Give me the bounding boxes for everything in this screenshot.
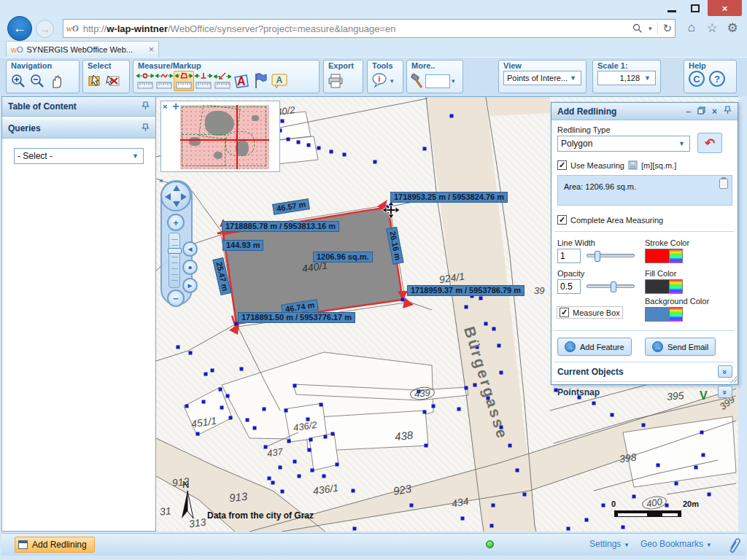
send-email-button[interactable]: → Send Email [645, 338, 716, 356]
settings-caret-icon: ▾ [624, 541, 630, 548]
stroke-color-picker[interactable] [670, 249, 683, 263]
settings-gear-icon[interactable]: ⚙ [724, 20, 741, 36]
pan-left-icon[interactable] [165, 193, 171, 201]
measure-line-tool[interactable] [155, 71, 174, 91]
line-width-input[interactable] [557, 249, 581, 263]
geo-bookmarks-link[interactable]: Geo Bookmarks ▾ [640, 539, 712, 549]
opacity-slider[interactable] [587, 284, 635, 288]
more-combobox[interactable] [425, 74, 450, 88]
window-minimize-button[interactable] [661, 0, 683, 16]
toolbar-group-scale: Scale 1: 1,128 ▼ [592, 60, 661, 93]
flag-markup-tool[interactable] [251, 71, 270, 91]
toolbar-group-measure-markup: Measure/Markup A A [133, 60, 320, 93]
query-select[interactable]: - Select - ▼ [14, 148, 144, 164]
pan-hand-button[interactable] [47, 71, 66, 91]
redlining-panel-header[interactable]: Add Redlining – × [551, 103, 738, 120]
redlining-type-caret-icon: ▼ [677, 140, 686, 147]
calculator-icon[interactable] [628, 160, 638, 170]
zoom-out-widget-button[interactable]: − [167, 289, 185, 307]
background-color-swatch[interactable] [645, 307, 670, 322]
measure-area-tool[interactable] [174, 71, 194, 91]
panel-pin-icon[interactable] [724, 106, 732, 117]
browser-forward-button[interactable]: → [36, 20, 54, 38]
default-extent-button[interactable]: ● [182, 260, 198, 275]
overview-close-move-icons[interactable]: × ✛ [163, 102, 181, 112]
search-icon[interactable] [632, 23, 643, 34]
stroke-color-swatch[interactable] [645, 249, 670, 263]
label-markup-tool[interactable]: A [270, 71, 289, 91]
add-feature-button[interactable]: → Add Feature [557, 338, 632, 356]
pan-down-icon[interactable] [173, 201, 180, 207]
overview-map[interactable]: × ✛ [160, 101, 280, 172]
view-select[interactable]: Points of Intere... ▼ [503, 71, 581, 85]
favorites-star-icon[interactable]: ☆ [703, 20, 721, 36]
address-bar[interactable]: wO http://w-lap-wintner/WebOffice/synser… [63, 19, 676, 38]
zoom-in-button[interactable] [9, 71, 28, 91]
toolbar-group-export: Export [323, 60, 363, 93]
pan-up-icon[interactable] [173, 185, 180, 191]
next-extent-button[interactable]: ► [182, 278, 198, 293]
measure-point-tool[interactable] [136, 71, 155, 91]
background-color-picker[interactable] [670, 307, 683, 322]
pin-icon[interactable] [142, 101, 150, 112]
zoom-slider-thumb[interactable] [168, 248, 182, 254]
fill-color-swatch[interactable] [645, 279, 670, 294]
window-maximize-button[interactable] [684, 0, 706, 16]
line-width-slider[interactable] [587, 254, 635, 257]
line-width-slider-thumb[interactable] [595, 251, 600, 262]
pointsnap-expand-button[interactable]: » [718, 386, 732, 398]
zoom-out-button[interactable] [28, 71, 47, 91]
table-of-content-header[interactable]: Table of Content [2, 97, 155, 117]
area-result-box: Area: 1206.96 sq.m. [557, 175, 732, 206]
zoom-slider[interactable] [169, 233, 180, 288]
zoom-in-widget-button[interactable]: + [167, 214, 185, 231]
total-length-label: 144.93 m [222, 240, 263, 251]
help-button[interactable]: ? [709, 71, 725, 87]
pan-right-icon[interactable] [181, 193, 187, 201]
panel-resize-grip[interactable] [729, 376, 737, 384]
clear-selection-button[interactable] [104, 71, 123, 91]
measure-dimension-tool[interactable] [213, 71, 232, 91]
panel-close-icon[interactable]: × [712, 106, 717, 117]
settings-link[interactable]: Settings ▾ [589, 539, 630, 549]
vertex-coordinate-label: 1718891.50 m / 5953776.17 m [238, 312, 355, 323]
clipboard-icon[interactable] [719, 179, 728, 189]
redlining-type-select[interactable]: Polygon ▼ [557, 136, 690, 152]
print-button[interactable] [326, 71, 345, 91]
opacity-slider-thumb[interactable] [611, 281, 616, 292]
use-measuring-checkbox[interactable]: ✓ [557, 160, 567, 170]
search-dropdown-icon[interactable]: ▾ [647, 25, 654, 32]
panel-minimize-icon[interactable]: – [686, 106, 691, 117]
text-markup-tool[interactable]: A [232, 71, 251, 91]
tab-close-icon[interactable]: × [149, 44, 154, 55]
window-close-button[interactable]: × [708, 0, 742, 16]
complete-area-checkbox[interactable]: ✓ [557, 215, 567, 225]
more-dropdown-icon[interactable]: ▾ [450, 77, 457, 85]
home-icon[interactable]: ⌂ [683, 20, 700, 35]
scale-select[interactable]: 1,128 ▼ [597, 71, 656, 85]
browser-back-button[interactable]: ← [7, 16, 32, 41]
queries-header[interactable]: Queries [2, 119, 155, 139]
opacity-input[interactable] [557, 279, 581, 294]
attachment-paperclip-icon[interactable] [727, 537, 741, 553]
measure-perpendicular-tool[interactable] [194, 71, 213, 91]
undo-button[interactable]: ↶ [697, 133, 722, 153]
tools-dropdown-icon[interactable]: ▾ [389, 77, 395, 85]
construct-tool-button[interactable] [409, 71, 425, 91]
widget-collapse-icon[interactable]: × [159, 177, 163, 184]
pan-compass[interactable] [160, 181, 191, 211]
arrow-icon: → [565, 341, 576, 352]
map-navigation-widget[interactable]: × + − ◄ ● ► [159, 179, 200, 308]
refresh-icon[interactable]: ↻ [662, 22, 672, 35]
view-select-value: Points of Intere... [507, 74, 568, 82]
maptip-tool-button[interactable]: i [370, 71, 389, 91]
previous-extent-button[interactable]: ◄ [182, 241, 198, 257]
pin-icon[interactable] [142, 123, 150, 134]
panel-restore-icon[interactable] [697, 106, 705, 117]
tab-weboffice[interactable]: wO SYNERGIS WebOffice Web... × [6, 41, 159, 57]
copyright-button[interactable]: C [689, 71, 705, 87]
task-add-redlining-button[interactable]: Add Redlining [15, 537, 95, 553]
measure-box-checkbox[interactable]: ✓ [560, 308, 569, 317]
fill-color-picker[interactable] [670, 279, 683, 294]
select-features-button[interactable] [85, 71, 104, 91]
